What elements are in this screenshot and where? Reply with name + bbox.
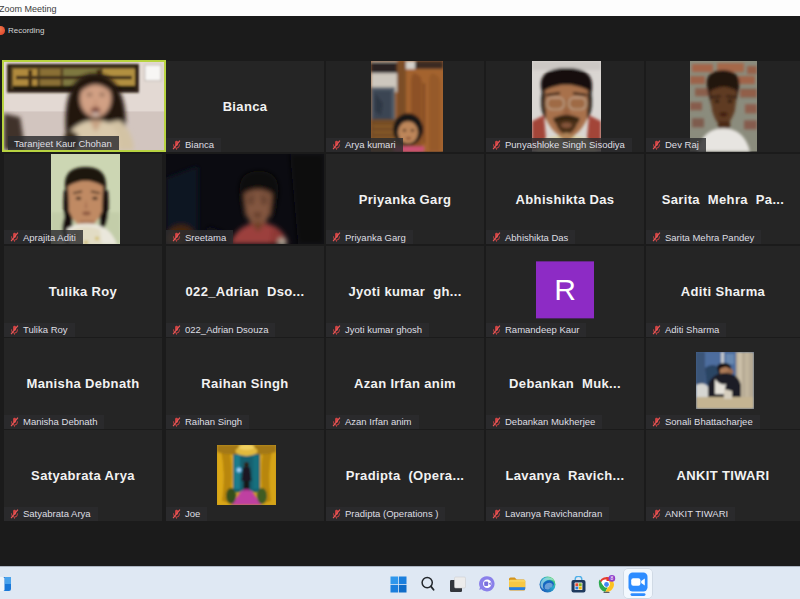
svg-text:8: 8 <box>611 576 614 581</box>
